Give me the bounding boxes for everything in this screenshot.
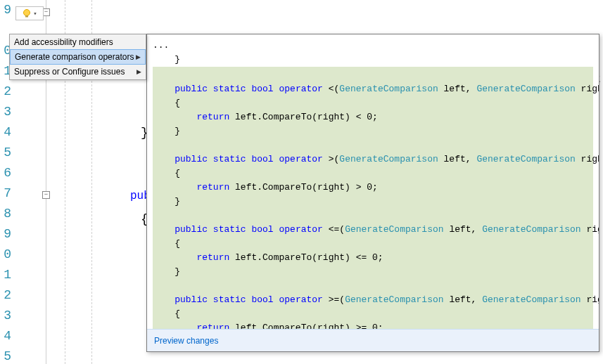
line-number: 3 <box>0 306 11 326</box>
menu-item-label: Generate comparison operators <box>15 50 134 64</box>
svg-point-0 <box>24 10 30 16</box>
line-number: 5 <box>0 143 11 163</box>
svg-rect-1 <box>25 15 28 18</box>
menu-item-label: Suppress or Configure issues <box>14 64 125 79</box>
preview-changes-link[interactable]: Preview changes <box>154 336 218 346</box>
preview-code: ... } public static bool operator <(Gene… <box>147 34 599 329</box>
quick-actions-bulb[interactable]: ▾ <box>15 6 44 20</box>
code-editor: 901234567890123456 − − struct GenerateCo… <box>0 0 603 364</box>
line-number: 0 <box>0 245 11 265</box>
line-number: 8 <box>0 204 11 224</box>
menu-item[interactable]: Generate comparison operators▶ <box>10 49 146 65</box>
line-number: 1 <box>0 265 11 285</box>
lightbulb-icon <box>22 8 32 18</box>
chevron-right-icon: ▶ <box>137 64 141 79</box>
menu-item-label: Add accessibility modifiers <box>14 34 113 50</box>
line-number: 4 <box>0 326 11 346</box>
line-number: 7 <box>0 183 11 204</box>
line-number: 4 <box>0 122 11 143</box>
menu-item[interactable]: Suppress or Configure issues▶ <box>10 64 146 79</box>
line-number: 9 <box>0 0 11 20</box>
menu-item[interactable]: Add accessibility modifiers <box>10 34 146 50</box>
line-number: 3 <box>0 102 11 122</box>
line-number: 2 <box>0 82 11 102</box>
line-number: 9 <box>0 224 11 245</box>
chevron-right-icon: ▶ <box>136 50 141 64</box>
preview-footer: Preview changes <box>147 329 599 351</box>
fold-toggle[interactable]: − <box>42 191 50 199</box>
dropdown-arrow-icon: ▾ <box>33 10 37 18</box>
line-number: 6 <box>0 163 11 183</box>
code-preview-panel: ... } public static bool operator <(Gene… <box>146 34 599 352</box>
line-number: 2 <box>0 285 11 306</box>
line-number: 5 <box>0 346 11 364</box>
quick-actions-menu: Add accessibility modifiersGenerate comp… <box>9 34 146 80</box>
